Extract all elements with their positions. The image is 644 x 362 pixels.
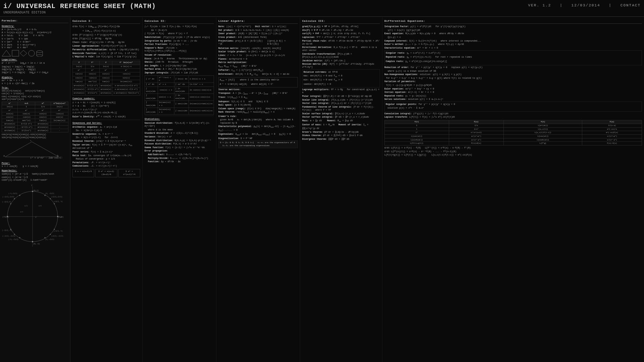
svg-text:0°: 0° (35, 217, 37, 219)
trig-table: x°x+1x²x²ln(x)+x² ln(x)11/xln(x) eˣeˣeˣe… (2, 102, 68, 132)
la-title: Linear Algebra: (218, 19, 298, 24)
sidebar-formulas: Formulas: Geometry: A = (b·h₁+h₂)/2 A = … (0, 17, 70, 362)
svg-text:(-½,-√3/2): (-½,-√3/2) (8, 238, 18, 241)
sequences-series-title: Sequences and Series: (72, 122, 140, 125)
derivative-table: ff'ff' ln(x)+x² ln(x)1/xln(x)x·ln(x)-x e… (72, 61, 140, 96)
geometry-title: Geometry: (2, 25, 68, 27)
calc2-column: Calculus II: ∫ₐᵇ f(x)dx = lim Σ f(xᵢ)·Δx… (143, 17, 216, 362)
diff-eq-column: Differential Equations: Integration Fact… (382, 17, 644, 362)
svg-point-46 (50, 234, 51, 235)
svg-point-42 (19, 237, 20, 238)
unit-circle-container: y x (1,0) (-1,0) (0,1) (0,-1) (√3/2, ½) (2, 183, 64, 250)
unit-circle-svg: y x (1,0) (-1,0) (0,1) (0,-1) (√3/2, ½) (2, 183, 64, 250)
chain-rule-label: Chain rule: df(g(x))/dx = df/dg · dg/dx (72, 41, 140, 44)
complex-numbers-title: Complex numbers: (72, 97, 140, 101)
svg-text:(-1,0): (-1,0) (2, 216, 9, 218)
triangle-diagram: c a b c² = a²+b² - 2ab·cos(C) (2, 140, 62, 159)
diffeq-title: Differential Equations: (384, 19, 642, 24)
calc3-column: Calculus III: grad(f(x,y,z)) = ∇f = [∂f/… (300, 17, 382, 362)
main-content: Formulas: Geometry: A = (b·h₁+h₂)/2 A = … (0, 17, 644, 362)
svg-text:y: y (31, 184, 33, 186)
svg-point-34 (14, 198, 15, 199)
svg-text:c² = a²+b² - 2ab·cos(C): c² = a²+b² - 2ab·cos(C) (30, 157, 62, 159)
svg-point-40 (14, 234, 15, 235)
shape-diamond-icon (20, 50, 27, 57)
page-subtitle: UNDERGRADUATE EDITION (3, 11, 156, 14)
integral-table: ∫ xⁿ dxxⁿ⁺¹/n+1 + c∫ ln|x| dxx·ln|x|-x +… (145, 75, 214, 115)
calc1-column: Calculus I: d/dx f(x) = limΔx→0 [f(x+Δx)… (70, 17, 143, 362)
svg-text:(-√2/2,√2/2): (-√2/2,√2/2) (2, 196, 14, 198)
svg-point-28 (45, 195, 46, 196)
svg-text:(-√3/2,-½): (-√3/2,-½) (2, 229, 12, 232)
laplace-table: f(t)F(s)f(t)F(s) 11/sL{e^(at)}1/(s-a) t1… (384, 120, 642, 145)
svg-point-26 (54, 203, 55, 204)
svg-text:(0,1): (0,1) (33, 189, 39, 192)
svg-rect-1 (12, 50, 19, 56)
statistics-title: Statistics: (145, 118, 214, 121)
svg-marker-2 (20, 50, 27, 56)
page-title: i/ UNIVERSAL REFERENCE SHEET (MATH) (3, 2, 156, 10)
hyperbolic-title: Hyperbolic: (2, 169, 68, 172)
svg-point-30 (50, 198, 51, 199)
svg-text:(-√3/2,½): (-√3/2,½) (2, 201, 11, 203)
calc2-title: Calculus II: (145, 19, 214, 24)
svg-text:π/3: π/3 (24, 205, 28, 207)
svg-text:(-√2/2,-√2/2): (-√2/2,-√2/2) (2, 235, 15, 237)
version-label: VER. 1.2 (528, 3, 551, 7)
linear-algebra-column: Linear Algebra: Norm: ||u|| = √(x²+y²+z²… (216, 17, 300, 362)
shape-triangle-icon (2, 50, 11, 57)
svg-marker-8 (5, 142, 59, 157)
calc1-title: Calculus I: (72, 19, 140, 24)
sidebar-title: Formulas: (2, 19, 68, 23)
svg-text:(1,0): (1,0) (58, 216, 64, 218)
svg-marker-0 (2, 50, 11, 56)
svg-point-7 (37, 55, 43, 57)
calc3-title: Calculus III: (302, 19, 380, 24)
svg-point-44 (45, 237, 46, 238)
shape-cylinder-icon (36, 50, 43, 57)
sum-formulas: Σ n = n(n+1)/2 Σ n² = n(n+1)(2n+2)/6 Σ n… (72, 169, 140, 177)
date-label: 12/03/2014 (572, 3, 600, 7)
svg-text:π/4: π/4 (20, 211, 23, 213)
trig-title: Trig: (2, 86, 68, 89)
svg-text:π/6: π/6 (39, 205, 42, 207)
shape-rect-icon (12, 50, 19, 57)
svg-point-4 (37, 51, 43, 53)
shape-circle-icon (28, 50, 35, 57)
svg-text:(-½,√3/2): (-½,√3/2) (8, 192, 17, 195)
svg-text:(√2/2,-√2/2): (√2/2,-√2/2) (51, 235, 63, 237)
svg-text:(√3/2,-½): (√3/2,-½) (54, 230, 63, 232)
contact-link[interactable]: CONTACT (621, 3, 641, 7)
svg-text:a: a (3, 155, 5, 157)
svg-point-36 (10, 203, 11, 204)
svg-text:(½,-√3/2): (½,-√3/2) (45, 238, 54, 241)
svg-point-48 (54, 229, 55, 230)
svg-text:(½, √3/2): (½, √3/2) (45, 192, 54, 195)
polar-title: Polar: (2, 162, 68, 165)
svg-text:(√2/2,√2/2): (√2/2,√2/2) (51, 196, 62, 198)
svg-text:c: c (30, 140, 32, 142)
logarithms-title: Logarithms: (2, 58, 68, 61)
svg-point-32 (19, 195, 20, 196)
svg-point-24 (32, 241, 33, 242)
header: i/ UNIVERSAL REFERENCE SHEET (MATH) UNDE… (0, 0, 644, 17)
svg-point-3 (29, 50, 35, 56)
algebra-title: Algebra: (2, 76, 68, 79)
svg-text:(√3/2, ½): (√3/2, ½) (54, 200, 63, 203)
svg-text:(0,-1): (0,-1) (33, 243, 40, 245)
header-right: VER. 1.2 | 12/03/2014 | CONTACT (528, 3, 641, 7)
